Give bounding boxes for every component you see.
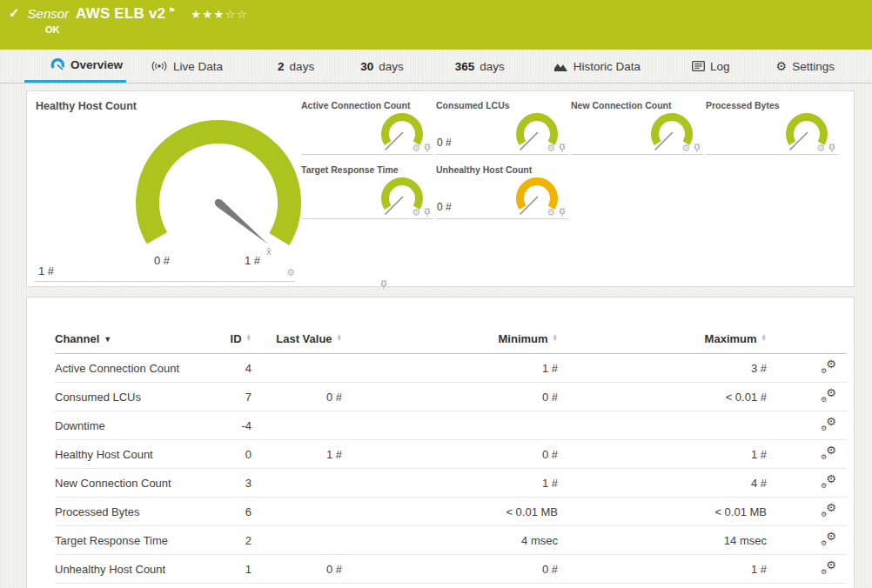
column-header-minimum[interactable]: Minimum▲▼ [342, 332, 558, 354]
object-type-label: Sensor [28, 6, 70, 21]
gauge-current-value: 0 # [437, 201, 452, 213]
tab-365-days[interactable]: 365 days [455, 50, 505, 83]
column-header-last-value[interactable]: Last Value▲▼ [252, 332, 342, 354]
channel-settings-icon[interactable]: ⚙⚙ [821, 475, 836, 489]
gear-icon[interactable]: ⚙ [547, 208, 555, 217]
pin-icon[interactable] [558, 144, 567, 153]
primary-gauge: x̄ [127, 109, 310, 257]
pin-icon[interactable] [558, 208, 567, 217]
sort-icon: ▲▼ [761, 334, 767, 342]
channel-settings-icon[interactable]: ⚙⚙ [821, 389, 836, 403]
channel-id: 0 [198, 440, 252, 469]
channel-last-value [252, 411, 342, 440]
small-gauge-cell: Processed Bytes ⚙ [706, 98, 838, 155]
stars-empty: ☆☆ [225, 8, 248, 21]
tab-label: days [290, 60, 315, 73]
status-check-icon: ✓ [9, 5, 20, 21]
tab-log[interactable]: Log [692, 50, 730, 83]
column-header-channel[interactable]: Channel▼ [55, 332, 198, 354]
channel-id: 1 [198, 555, 252, 584]
gear-icon[interactable]: ⚙ [547, 144, 555, 153]
table-row: Active Connection Count 4 1 # 3 # ⚙⚙ [55, 354, 847, 383]
channel-maximum: 1 # [558, 440, 767, 469]
tab-label: Settings [792, 60, 835, 73]
channel-last-value [252, 469, 342, 498]
sort-icon: ▲▼ [337, 334, 342, 342]
primary-gauge-cell: Healthy Host Count x̄ 0 # 1 # 1 # ⚙ [34, 97, 295, 282]
channel-minimum [342, 411, 558, 440]
channel-settings-icon[interactable]: ⚙⚙ [821, 446, 836, 460]
channel-settings-icon[interactable]: ⚙⚙ [821, 360, 836, 374]
channel-maximum: 4 # [558, 469, 767, 498]
sort-desc-icon: ▼ [104, 335, 111, 344]
sort-icon: ▲▼ [553, 334, 558, 342]
channel-minimum: < 0.01 MB [342, 498, 558, 526]
channel-minimum: 0 # [342, 555, 558, 584]
gauge-current-value: 1 # [38, 264, 54, 277]
small-gauge-cell: Unhealthy Host Count 0 # ⚙ [436, 163, 568, 219]
table-row: New Connection Count 3 1 # 4 # ⚙⚙ [55, 469, 847, 498]
gear-icon[interactable]: ⚙ [286, 268, 295, 277]
tab-label: days [379, 60, 404, 73]
channel-table: Channel▼ ID▲▼ Last Value▲▼ Minimum▲▼ Max… [55, 332, 847, 584]
pin-icon[interactable] [423, 144, 432, 153]
channel-maximum: < 0.01 # [558, 383, 767, 411]
channel-name: Target Response Time [55, 526, 198, 555]
gauge-icon [50, 58, 65, 72]
gear-icon[interactable]: ⚙ [681, 144, 690, 153]
gear-icon[interactable]: ⚙ [412, 208, 420, 217]
pin-icon[interactable] [423, 208, 432, 217]
gauge-title: Processed Bytes [706, 100, 780, 110]
channel-id: 4 [198, 354, 252, 383]
channel-table-panel: Channel▼ ID▲▼ Last Value▲▼ Minimum▲▼ Max… [26, 297, 855, 588]
channel-id: 7 [198, 383, 252, 411]
priority-flag-icon: ⚑ [168, 6, 175, 15]
channel-last-value [252, 498, 342, 526]
average-marker: x̄ [266, 246, 272, 257]
gauge-scale-min: 0 # [154, 254, 170, 267]
area-chart-icon [553, 61, 568, 72]
channel-settings-icon[interactable]: ⚙⚙ [821, 532, 836, 546]
channel-minimum: 0 # [342, 440, 558, 469]
channel-settings-icon[interactable]: ⚙⚙ [821, 561, 836, 575]
channel-maximum: < 0.01 MB [558, 498, 767, 526]
pin-icon[interactable] [693, 144, 701, 153]
channel-name: Active Connection Count [55, 354, 198, 383]
status-badge: OK [45, 24, 60, 35]
table-row: Target Response Time 2 4 msec 14 msec ⚙⚙ [55, 526, 847, 555]
tab-live-data[interactable]: Live Data [151, 50, 223, 83]
tab-30-days[interactable]: 30 days [360, 50, 404, 83]
tab-label: days [480, 60, 505, 73]
column-header-maximum[interactable]: Maximum▲▼ [558, 332, 767, 354]
channel-last-value [252, 526, 342, 555]
priority-stars[interactable]: ★★★☆☆ [191, 8, 248, 21]
tab-historic-data[interactable]: Historic Data [553, 50, 641, 83]
gauge-title: Healthy Host Count [36, 100, 137, 112]
gauge-title: Consumed LCUs [436, 100, 510, 110]
tab-number: 2 [278, 60, 285, 73]
channel-name: Downtime [55, 411, 198, 440]
channel-name: Processed Bytes [55, 498, 198, 526]
channel-name: New Connection Count [55, 469, 198, 498]
sort-icon: ▲▼ [246, 334, 252, 342]
channel-settings-icon[interactable]: ⚙⚙ [821, 418, 836, 431]
gear-icon[interactable]: ⚙ [816, 144, 825, 153]
gauge-current-value: 0 # [437, 137, 452, 149]
tab-settings[interactable]: ⚙ Settings [776, 50, 835, 83]
gear-icon[interactable]: ⚙ [412, 144, 420, 153]
small-gauge-cell: New Connection Count ⚙ [571, 98, 703, 155]
pin-icon[interactable] [379, 280, 388, 290]
pin-icon[interactable] [828, 144, 836, 153]
sensor-header-bar: ✓ Sensor AWS ELB v2 ⚑ ★★★☆☆ OK [0, 0, 872, 50]
channel-minimum: 1 # [342, 469, 558, 498]
table-row: Consumed LCUs 7 0 # 0 # < 0.01 # ⚙⚙ [55, 383, 847, 411]
tab-2-days[interactable]: 2 days [278, 50, 314, 83]
channel-settings-icon[interactable]: ⚙⚙ [821, 504, 836, 518]
tab-overview[interactable]: Overview [24, 50, 126, 83]
column-header-id[interactable]: ID▲▼ [198, 332, 252, 354]
live-signal-icon [151, 60, 168, 72]
table-header-row: Channel▼ ID▲▼ Last Value▲▼ Minimum▲▼ Max… [55, 332, 847, 354]
channel-maximum: 3 # [558, 354, 767, 383]
table-row: Processed Bytes 6 < 0.01 MB < 0.01 MB ⚙⚙ [55, 498, 847, 526]
channel-minimum: 1 # [342, 354, 558, 383]
